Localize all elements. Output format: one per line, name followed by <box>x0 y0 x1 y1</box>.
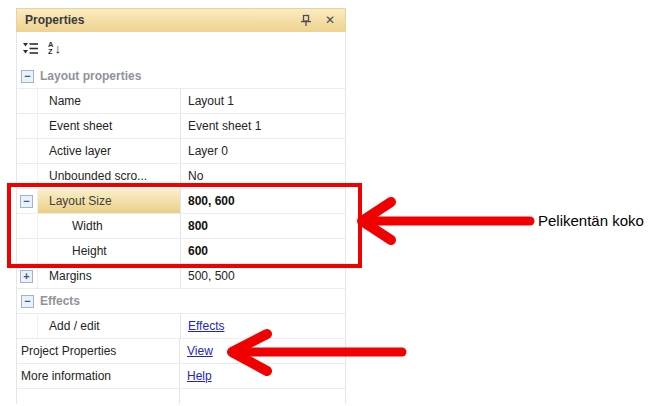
property-value[interactable]: Layer 0 <box>180 139 345 163</box>
titlebar-icons: ✕ <box>299 13 337 27</box>
row-value: Help <box>179 364 345 388</box>
section-label: Layout properties <box>40 69 141 83</box>
annotation-callout-text: Pelikentän koko <box>538 212 644 229</box>
property-label-selected: Layout Size <box>38 189 180 213</box>
property-row-add-edit[interactable]: Add / edit Effects <box>17 314 345 339</box>
property-row-layout-size[interactable]: − Layout Size 800, 600 <box>17 189 345 214</box>
sort-icon-arrow: ↓ <box>54 42 61 55</box>
property-row-height[interactable]: Height 600 <box>17 239 345 264</box>
empty-row <box>17 389 345 404</box>
property-row-active-layer[interactable]: Active layer Layer 0 <box>17 139 345 164</box>
property-value[interactable]: 800, 600 <box>180 189 345 213</box>
row-gutter: − <box>17 189 38 213</box>
sort-alphabetical-icon[interactable]: A Z ↓ <box>48 41 61 56</box>
row-label: More information <box>17 364 179 388</box>
property-label: Active layer <box>38 139 180 163</box>
view-link[interactable]: View <box>187 344 213 358</box>
panel-body: A Z ↓ − Layout properties Name Layout 1 <box>16 32 346 404</box>
property-value[interactable]: Event sheet 1 <box>180 114 345 138</box>
row-gutter <box>17 89 38 113</box>
expand-icon[interactable]: + <box>20 270 33 283</box>
property-value[interactable]: No <box>180 164 345 188</box>
categorize-icon[interactable] <box>22 41 39 56</box>
row-project-properties[interactable]: Project Properties View <box>17 339 345 364</box>
section-header-effects[interactable]: − Effects <box>17 289 345 314</box>
collapse-icon[interactable]: − <box>21 70 34 83</box>
section-label: Effects <box>40 294 80 308</box>
property-value[interactable]: 800 <box>180 214 345 238</box>
property-value[interactable]: 500, 500 <box>180 264 345 288</box>
row-gutter <box>17 114 38 138</box>
property-row-width[interactable]: Width 800 <box>17 214 345 239</box>
row-more-information[interactable]: More information Help <box>17 364 345 389</box>
properties-panel: Properties ✕ <box>16 8 346 404</box>
effects-link[interactable]: Effects <box>188 319 224 333</box>
sort-icon-letters: A Z <box>48 41 53 56</box>
collapse-icon[interactable]: − <box>20 195 33 208</box>
property-label: Unbounded scro... <box>38 164 180 188</box>
panel-title: Properties <box>25 13 299 27</box>
row-gutter <box>17 314 38 338</box>
property-row-margins[interactable]: + Margins 500, 500 <box>17 264 345 289</box>
row-value: View <box>179 339 345 363</box>
subproperty-label: Width <box>38 214 180 238</box>
panel-toolbar: A Z ↓ <box>17 32 345 64</box>
row-label: Project Properties <box>17 339 179 363</box>
panel-titlebar: Properties ✕ <box>16 8 346 32</box>
property-label: Event sheet <box>38 114 180 138</box>
section-header-layout-properties[interactable]: − Layout properties <box>17 64 345 89</box>
collapse-icon[interactable]: − <box>21 295 34 308</box>
property-value[interactable]: 600 <box>180 239 345 263</box>
property-row-name[interactable]: Name Layout 1 <box>17 89 345 114</box>
screenshot-canvas: Properties ✕ <box>0 0 669 406</box>
property-row-event-sheet[interactable]: Event sheet Event sheet 1 <box>17 114 345 139</box>
row-gutter <box>17 164 38 188</box>
arrow-layout-size <box>362 202 530 240</box>
row-gutter <box>17 239 38 263</box>
property-value[interactable]: Layout 1 <box>180 89 345 113</box>
close-icon[interactable]: ✕ <box>323 13 337 27</box>
row-gutter <box>17 214 38 238</box>
property-value: Effects <box>180 314 345 338</box>
pin-icon[interactable] <box>299 13 313 27</box>
row-gutter: + <box>17 264 38 288</box>
property-label: Add / edit <box>38 314 180 338</box>
row-gutter <box>17 139 38 163</box>
help-link[interactable]: Help <box>187 369 212 383</box>
subproperty-label: Height <box>38 239 180 263</box>
property-label: Margins <box>38 264 180 288</box>
property-row-unbounded-scrolling[interactable]: Unbounded scro... No <box>17 164 345 189</box>
property-label: Name <box>38 89 180 113</box>
